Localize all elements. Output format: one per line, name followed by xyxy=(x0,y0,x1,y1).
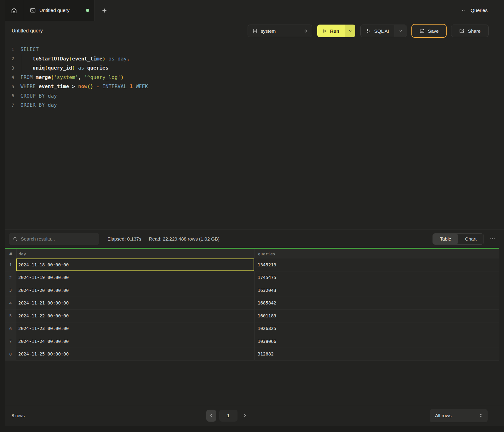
table-header-row: #dayqueries xyxy=(5,249,499,259)
search-placeholder: Search results... xyxy=(21,236,55,242)
tab-untitled-query[interactable]: Untitled query xyxy=(23,0,94,21)
cell-queries[interactable]: 1345213 xyxy=(255,259,499,271)
query-header: Untitled query system xyxy=(5,21,504,41)
cell-queries[interactable]: 1632043 xyxy=(255,284,499,297)
table-row: 42024-11-21 00:00:001685842 xyxy=(5,297,499,310)
results-empty-space xyxy=(5,361,504,405)
sql-ai-label: SQL AI xyxy=(374,28,389,34)
results-toolbar: Search results... Elapsed: 0.137s Read: … xyxy=(5,230,504,248)
table-body: 12024-11-18 00:00:00134521322024-11-19 0… xyxy=(5,259,499,361)
cell-day[interactable]: 2024-11-20 00:00:00 xyxy=(16,284,255,297)
bottom-strip xyxy=(5,426,504,432)
line-number: 5 xyxy=(5,84,14,89)
sql-ai-options-button[interactable] xyxy=(394,25,407,37)
code-line[interactable]: 1SELECT xyxy=(5,45,504,54)
tab-bar: Untitled query Queries xyxy=(5,0,504,21)
cell-day[interactable]: 2024-11-21 00:00:00 xyxy=(16,297,255,310)
chevron-left-icon xyxy=(209,413,213,418)
run-button[interactable]: Run xyxy=(317,25,345,37)
cell-queries[interactable]: 1038066 xyxy=(255,335,499,348)
database-selected-value: system xyxy=(261,28,300,34)
code-lines: 1SELECT2 toStartOfDay(event_time) as day… xyxy=(5,45,504,110)
line-number: 4 xyxy=(5,75,14,80)
cell-day[interactable]: 2024-11-22 00:00:00 xyxy=(16,310,255,322)
save-button[interactable]: Save xyxy=(411,24,447,38)
code-text: ORDER BY day xyxy=(14,102,57,108)
page-size-select[interactable]: All rows xyxy=(430,409,488,422)
cell-queries[interactable]: 1745475 xyxy=(255,271,499,284)
sparkles-icon xyxy=(365,28,371,34)
table-row: 32024-11-20 00:00:001632043 xyxy=(5,284,499,297)
tab-label: Untitled query xyxy=(39,8,83,13)
code-text: toStartOfDay(event_time) as day, xyxy=(14,56,130,62)
page-title: Untitled query xyxy=(12,28,43,34)
code-line[interactable]: 3 uniq(query_id) as queries xyxy=(5,63,504,73)
row-count: 8 rows xyxy=(12,413,25,418)
queries-link[interactable]: Queries xyxy=(471,8,488,13)
run-options-button[interactable] xyxy=(345,25,355,37)
overflow-dots-icon[interactable] xyxy=(461,8,466,13)
cell-queries[interactable]: 312882 xyxy=(255,348,499,361)
indent-guide xyxy=(22,54,22,72)
cell-queries[interactable]: 1601189 xyxy=(255,310,499,322)
code-line[interactable]: 6GROUP BY day xyxy=(5,91,504,101)
pagination: 1 xyxy=(206,410,249,422)
code-line[interactable]: 4FROM merge('system', '^query_log') xyxy=(5,73,504,82)
view-chart-tab[interactable]: Chart xyxy=(458,234,484,244)
row-number-cell: 1 xyxy=(5,259,16,271)
column-header-day[interactable]: day xyxy=(16,249,255,259)
unsaved-indicator-dot xyxy=(86,9,89,12)
cell-day[interactable]: 2024-11-19 00:00:00 xyxy=(16,271,255,284)
chevron-right-icon xyxy=(243,413,247,418)
prev-page-button[interactable] xyxy=(206,410,216,422)
share-button[interactable]: Share xyxy=(451,25,489,37)
column-header-queries[interactable]: queries xyxy=(255,249,499,259)
read-stat: Read: 22,229,488 rows (1.02 GB) xyxy=(149,236,220,242)
sql-editor[interactable]: 1SELECT2 toStartOfDay(event_time) as day… xyxy=(5,41,504,230)
row-number-cell: 8 xyxy=(5,348,16,361)
view-table-tab[interactable]: Table xyxy=(433,234,458,244)
results-table: #dayqueries 12024-11-18 00:00:0013452132… xyxy=(5,249,499,361)
table-row: 22024-11-19 00:00:001745475 xyxy=(5,271,499,284)
new-tab-button[interactable] xyxy=(94,0,114,21)
row-number-cell: 5 xyxy=(5,310,16,322)
code-line[interactable]: 5WHERE event_time > now() - INTERVAL 1 W… xyxy=(5,82,504,91)
database-select[interactable]: system xyxy=(248,25,312,37)
share-icon xyxy=(459,28,465,34)
line-number: 2 xyxy=(5,56,14,61)
tabbar-right: Queries xyxy=(461,0,504,21)
search-input[interactable]: Search results... xyxy=(9,233,99,245)
code-line[interactable]: 7ORDER BY day xyxy=(5,100,504,110)
view-toggle: Table Chart xyxy=(432,233,484,245)
table-row: 72024-11-24 00:00:001038066 xyxy=(5,335,499,348)
table-row: 62024-11-23 00:00:001026325 xyxy=(5,322,499,335)
home-tab[interactable] xyxy=(5,0,23,21)
select-updown-icon xyxy=(303,29,308,33)
line-number: 7 xyxy=(5,103,14,108)
cell-day[interactable]: 2024-11-18 00:00:00 xyxy=(16,259,255,271)
row-number-cell: 7 xyxy=(5,335,16,348)
results-menu-icon[interactable] xyxy=(490,236,495,242)
page-number-button[interactable]: 1 xyxy=(219,410,238,422)
main-area: Untitled query Queries xyxy=(5,0,504,432)
code-text: WHERE event_time > now() - INTERVAL 1 WE… xyxy=(14,83,148,89)
sql-console-window: Untitled query Queries xyxy=(0,0,504,432)
cell-queries[interactable]: 1685842 xyxy=(255,297,499,310)
next-page-button[interactable] xyxy=(240,410,249,422)
sql-ai-button[interactable]: SQL AI xyxy=(361,25,394,37)
code-line[interactable]: 2 toStartOfDay(event_time) as day, xyxy=(5,54,504,64)
run-label: Run xyxy=(330,28,339,34)
cell-day[interactable]: 2024-11-24 00:00:00 xyxy=(16,335,255,348)
column-header-n[interactable]: # xyxy=(5,249,16,259)
cell-queries[interactable]: 1026325 xyxy=(255,322,499,335)
tabbar-spacer xyxy=(114,0,461,21)
results-footer: 8 rows 1 xyxy=(5,405,504,426)
play-icon xyxy=(322,28,327,34)
select-updown-icon xyxy=(478,413,483,418)
code-text: FROM merge('system', '^query_log') xyxy=(14,74,124,80)
table-row: 12024-11-18 00:00:001345213 xyxy=(5,259,499,271)
cell-day[interactable]: 2024-11-23 00:00:00 xyxy=(16,322,255,335)
cell-day[interactable]: 2024-11-25 00:00:00 xyxy=(16,348,255,361)
page-size-value: All rows xyxy=(435,413,478,418)
line-number: 6 xyxy=(5,93,14,98)
